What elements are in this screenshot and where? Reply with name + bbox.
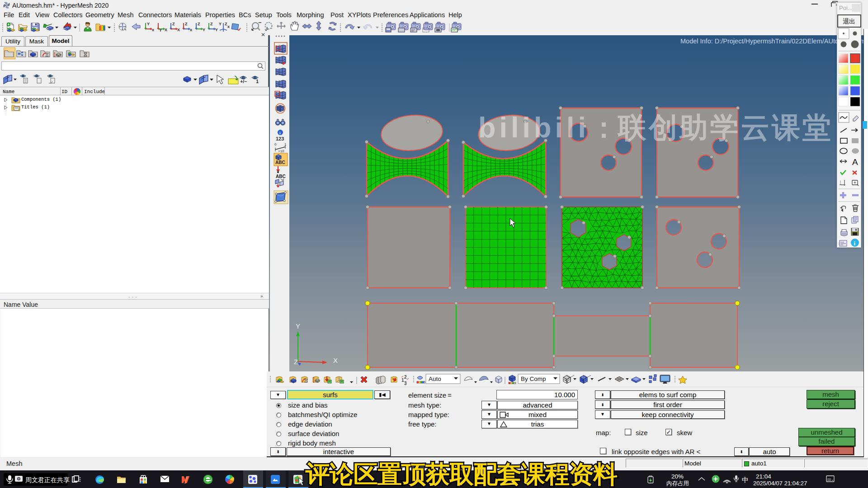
svg-text:+10: +10 bbox=[278, 149, 284, 153]
svg-text:Z: Z bbox=[294, 358, 298, 366]
svg-text:0: 0 bbox=[274, 142, 277, 146]
svg-text:周文君正在共享: 周文君正在共享 bbox=[25, 476, 70, 483]
svg-text:Poi...: Poi... bbox=[839, 5, 853, 11]
svg-text:X: X bbox=[333, 357, 338, 364]
svg-text:ABC: ABC bbox=[275, 160, 285, 165]
svg-text:2025/04/07 21:04:27: 2025/04/07 21:04:27 bbox=[753, 480, 807, 487]
svg-text:退出: 退出 bbox=[843, 18, 855, 25]
svg-text:Auto: Auto bbox=[429, 375, 441, 382]
svg-text:中: 中 bbox=[742, 476, 749, 483]
svg-text:A: A bbox=[852, 157, 858, 167]
svg-text:+/−: +/− bbox=[240, 79, 247, 84]
svg-text:3: 3 bbox=[404, 381, 407, 386]
svg-text:2: 2 bbox=[404, 375, 407, 380]
svg-text:内存占用: 内存占用 bbox=[666, 480, 689, 487]
svg-text:ABC: ABC bbox=[276, 174, 286, 179]
svg-text:1: 1 bbox=[256, 79, 259, 84]
svg-text:i: i bbox=[854, 240, 856, 247]
svg-text:Y: Y bbox=[296, 322, 300, 330]
svg-text:21:04: 21:04 bbox=[756, 473, 771, 480]
svg-text:20%: 20% bbox=[671, 473, 684, 480]
svg-text:123: 123 bbox=[276, 136, 284, 141]
svg-text:By Comp: By Comp bbox=[521, 375, 546, 382]
